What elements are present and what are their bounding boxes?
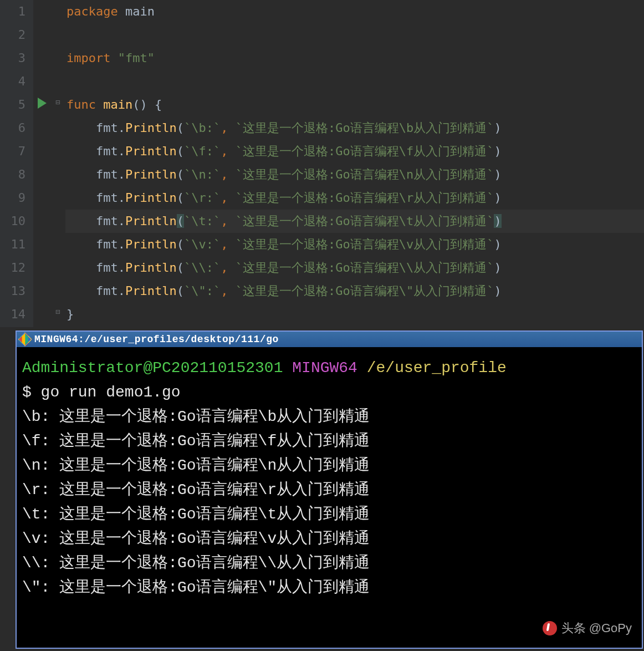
code-line: fmt.Println(`\v:`, `这里是一个退格:Go语言编程\v从入门到…	[65, 233, 644, 256]
code-line: fmt.Println(`\\:`, `这里是一个退格:Go语言编程\\从入门到…	[65, 256, 644, 279]
line-number: 3	[0, 47, 33, 70]
line-number: 8	[0, 163, 33, 186]
line-number: 9	[0, 186, 33, 210]
line-number-gutter: 1 2 3 4 5 6 7 8 9 10 11 12 13 14	[0, 0, 33, 327]
line-number: 13	[0, 279, 33, 303]
line-number: 14	[0, 303, 33, 326]
terminal-output: \\: 这里是一个退格:Go语言编程\\从入门到精通	[22, 551, 636, 576]
code-line: func main() {	[65, 93, 644, 116]
keyword-func: func	[67, 98, 96, 111]
code-line: fmt.Println(`\r:`, `这里是一个退格:Go语言编程\r从入门到…	[65, 186, 644, 210]
identifier-main: main	[125, 4, 155, 18]
code-line: fmt.Println(`\":`, `这里是一个退格:Go语言编程\"从入门到…	[65, 279, 644, 303]
terminal-prompt-line: Administrator@PC202110152301 MINGW64 /e/…	[22, 356, 636, 380]
code-line: import "fmt"	[65, 47, 644, 70]
terminal-window[interactable]: MINGW64:/e/user_profiles/desktop/111/go …	[16, 330, 643, 649]
line-number: 4	[0, 70, 33, 93]
prompt-path: /e/user_profile	[367, 359, 507, 377]
fold-gutter: ⊟ ⊟	[55, 0, 65, 327]
terminal-title: MINGW64:/e/user_profiles/desktop/111/go	[34, 334, 279, 345]
terminal-titlebar[interactable]: MINGW64:/e/user_profiles/desktop/111/go	[17, 332, 642, 347]
terminal-output: \n: 这里是一个退格:Go语言编程\n从入门到精通	[22, 454, 636, 478]
code-line: fmt.Println(`\n:`, `这里是一个退格:Go语言编程\n从入门到…	[65, 163, 644, 186]
prompt-shell: MINGW64	[292, 359, 357, 377]
code-line: package main	[65, 0, 644, 23]
terminal-output: \v: 这里是一个退格:Go语言编程\v从入门到精通	[22, 527, 636, 551]
terminal-command-line: $ go run demo1.go	[22, 380, 636, 405]
terminal-output: \r: 这里是一个退格:Go语言编程\r从入门到精通	[22, 478, 636, 502]
code-line: fmt.Println(`\f:`, `这里是一个退格:Go语言编程\f从入门到…	[65, 140, 644, 163]
watermark: 头条 @GoPy	[543, 620, 632, 637]
prompt-symbol: $	[22, 384, 41, 401]
line-number: 5	[0, 93, 33, 116]
watermark-text: 头条 @GoPy	[561, 620, 632, 637]
code-area[interactable]: package main import "fmt" func main() { …	[65, 0, 644, 327]
terminal-body[interactable]: Administrator@PC202110152301 MINGW64 /e/…	[17, 347, 642, 606]
line-number: 7	[0, 140, 33, 163]
code-line-current: fmt.Println(`\t:`, `这里是一个退格:Go语言编程\t从入门到…	[65, 210, 644, 233]
prompt-user: Administrator@PC202110152301	[22, 359, 283, 377]
terminal-output: \t: 这里是一个退格:Go语言编程\t从入门到精通	[22, 502, 636, 527]
toutiao-icon	[543, 621, 557, 635]
line-number: 6	[0, 116, 33, 140]
string-fmt: "fmt"	[118, 51, 155, 65]
mingw-icon	[18, 332, 32, 346]
code-line: fmt.Println(`\b:`, `这里是一个退格:Go语言编程\b从入门到…	[65, 116, 644, 140]
line-number: 1	[0, 0, 33, 23]
code-line	[65, 23, 644, 47]
terminal-output: \": 这里是一个退格:Go语言编程\"从入门到精通	[22, 576, 636, 600]
keyword-package: package	[67, 4, 118, 18]
fold-close-icon[interactable]: ⊟	[55, 307, 60, 316]
line-number: 10	[0, 210, 33, 233]
code-line	[65, 70, 644, 93]
identifier-main-func: main	[103, 98, 132, 111]
terminal-output: \f: 这里是一个退格:Go语言编程\f从入门到精通	[22, 429, 636, 454]
terminal-output: \b: 这里是一个退格:Go语言编程\b从入门到精通	[22, 405, 636, 429]
line-number: 2	[0, 23, 33, 47]
keyword-import: import	[67, 51, 110, 65]
line-number: 12	[0, 256, 33, 279]
code-editor[interactable]: 1 2 3 4 5 6 7 8 9 10 11 12 13 14 ⊟ ⊟ pac…	[0, 0, 644, 327]
fold-open-icon[interactable]: ⊟	[55, 98, 60, 106]
line-number: 11	[0, 233, 33, 256]
code-line: }	[65, 303, 644, 326]
command-text: go run demo1.go	[41, 384, 181, 401]
run-gutter	[33, 0, 55, 327]
run-main-icon[interactable]	[38, 98, 47, 109]
